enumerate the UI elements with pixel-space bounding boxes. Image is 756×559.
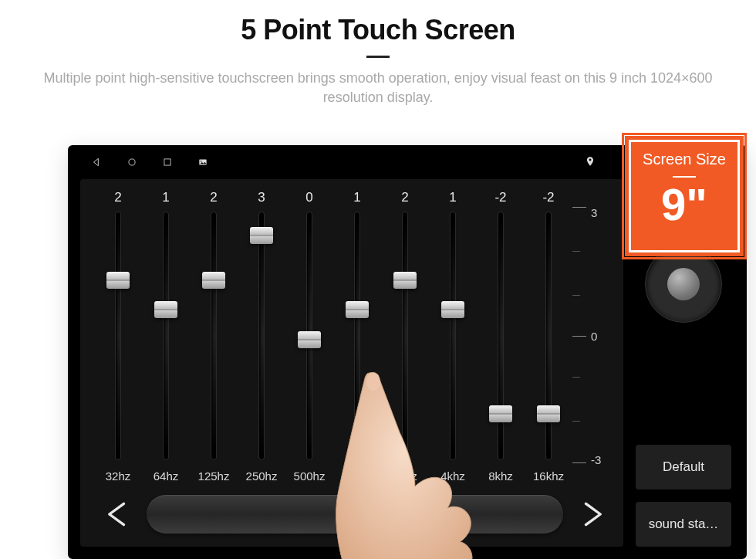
svg-point-0 [129, 159, 135, 165]
eq-freq: 4khz [440, 469, 465, 485]
svg-point-3 [201, 161, 202, 162]
eq-freq: 500hz [294, 469, 326, 485]
back-icon[interactable] [91, 157, 102, 171]
eq-slider[interactable] [545, 212, 552, 460]
eq-value: 1 [353, 190, 360, 207]
screen-size-badge: Screen Size 9" [626, 137, 742, 255]
title-underline [366, 56, 390, 58]
badge-label: Screen Size [643, 151, 726, 168]
recent-apps-icon[interactable] [162, 157, 173, 171]
eq-slider[interactable] [211, 212, 217, 460]
eq-band: -2 16khz [525, 190, 572, 485]
eq-freq: 250hz [246, 469, 278, 485]
badge-size: 9" [661, 182, 707, 227]
eq-freq: 32hz [106, 469, 131, 485]
eq-value: -2 [542, 190, 554, 207]
eq-value: -2 [494, 190, 506, 207]
eq-band: -2 8khz [477, 190, 525, 485]
eq-value: 0 [305, 190, 312, 207]
eq-slider[interactable] [450, 212, 456, 460]
eq-band: 2 125hz [190, 190, 238, 485]
eq-freq: 125hz [198, 469, 230, 485]
svg-rect-1 [164, 159, 170, 165]
home-icon[interactable] [127, 157, 137, 171]
eq-slider[interactable] [306, 212, 312, 460]
scale-mid: 0 [591, 330, 597, 343]
eq-slider[interactable] [258, 212, 265, 460]
equalizer-panel: 2 32hz 1 64hz 2 125hz 3 250hz [80, 179, 623, 547]
svg-rect-2 [199, 160, 206, 165]
eq-freq: 1khz [345, 469, 370, 485]
badge-underline [673, 176, 696, 178]
eq-band: 2 32hz [94, 190, 142, 485]
knob-icon [667, 268, 700, 300]
eq-value: 1 [449, 190, 456, 207]
eq-freq: 8khz [488, 469, 513, 485]
sound-stage-button[interactable]: sound sta… [636, 502, 731, 547]
eq-sliders: 2 32hz 1 64hz 2 125hz 3 250hz [94, 190, 616, 485]
eq-band: 1 4khz [429, 190, 477, 485]
preset-next-button[interactable] [577, 499, 608, 530]
eq-value: 2 [401, 190, 408, 207]
eq-band: 0 500hz [285, 190, 333, 485]
eq-freq: 2khz [393, 469, 417, 485]
eq-band: 1 64hz [142, 190, 190, 485]
eq-band: 3 250hz [238, 190, 285, 485]
eq-slider[interactable] [498, 212, 504, 460]
eq-freq: 16khz [533, 469, 564, 485]
eq-freq: 64hz [154, 469, 179, 485]
eq-slider[interactable] [163, 212, 169, 460]
preset-row: Jazz [94, 493, 616, 536]
eq-band: 1 1khz [333, 190, 381, 485]
scale-max: 3 [591, 205, 597, 219]
eq-slider[interactable] [354, 212, 360, 460]
eq-slider[interactable] [402, 212, 408, 460]
preset-prev-button[interactable] [102, 499, 133, 530]
page-title: 5 Point Touch Screen [0, 14, 756, 46]
screenshot-icon[interactable] [197, 157, 208, 171]
eq-scale: 3 0 -3 [572, 190, 606, 485]
scale-min: -3 [591, 453, 601, 466]
eq-value: 2 [114, 190, 121, 207]
balance-knob[interactable] [645, 246, 722, 323]
eq-value: 3 [258, 190, 265, 207]
page-subtitle: Multiple point high-sensitive touchscree… [0, 69, 756, 107]
eq-band: 2 2khz [381, 190, 429, 485]
location-icon [585, 156, 596, 170]
preset-name[interactable]: Jazz [147, 495, 563, 534]
eq-value: 1 [162, 190, 169, 207]
eq-value: 2 [210, 190, 217, 207]
eq-slider[interactable] [115, 212, 121, 460]
default-button[interactable]: Default [636, 445, 731, 490]
